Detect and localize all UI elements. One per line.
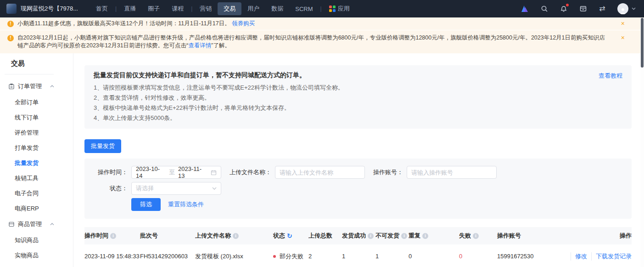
- status-select[interactable]: 请选择: [131, 182, 221, 195]
- sidebar-item-e-contract[interactable]: 电子合同: [0, 186, 73, 201]
- sidebar-item-knowledge-goods[interactable]: 知识商品: [0, 233, 73, 248]
- nav-item-circle[interactable]: 圈子: [142, 2, 166, 15]
- col-ship-success: 发货成功: [342, 232, 366, 240]
- col-duplicate: 重复: [409, 232, 420, 240]
- cell-status: 部分失败: [273, 252, 308, 261]
- info-icon[interactable]: i: [110, 233, 116, 239]
- promo-banner: ! 小鹅通11.11超多优惠，旗舰版最高买3年送12个月！活动时间：11月1日-…: [0, 17, 644, 30]
- refresh-icon[interactable]: ↻: [287, 232, 292, 239]
- cell-operation-time: 2023-11-09 15:48:33: [84, 253, 140, 260]
- cell-actions: 详情 修改 下载发货记录: [571, 252, 632, 261]
- col-batch-number: 批次号: [140, 232, 158, 240]
- nav-separator: |: [190, 6, 194, 12]
- nav-item-trade[interactable]: 交易: [218, 2, 241, 15]
- download-shipping-record-link[interactable]: 下载发货记录: [591, 252, 632, 261]
- date-end-value[interactable]: 2023-11-13: [178, 165, 207, 179]
- filter-upload-file: 上传文件名称：: [222, 166, 365, 179]
- table-header-row: 操作时间i 批次号 上传文件名称i 状态↻ 上传总数 发货成功i 不可发货i 重…: [84, 227, 632, 244]
- sidebar-group-order-management[interactable]: 订单管理: [0, 78, 73, 95]
- upload-file-label: 上传文件名称：: [222, 168, 275, 176]
- sidebar-item-review-management[interactable]: 评价管理: [0, 125, 73, 140]
- close-icon[interactable]: ×: [618, 20, 638, 28]
- sidebar-group-label: 商品管理: [18, 220, 42, 228]
- date-range-input[interactable]: 2023-10-14 至 2023-11-13: [131, 166, 221, 179]
- filter-panel: 操作时间： 2023-10-14 至 2023-11-13: [84, 159, 632, 219]
- sidebar-divider: [5, 74, 54, 74]
- sidebar-item-batch-shipping[interactable]: 批量发货: [0, 155, 73, 170]
- ai-assistant-icon[interactable]: [521, 5, 529, 13]
- status-placeholder: 请选择: [136, 184, 154, 193]
- info-icon[interactable]: i: [422, 233, 428, 239]
- avatar: [617, 3, 628, 14]
- view-details-link[interactable]: 查看详情: [188, 42, 211, 49]
- nav-item-home[interactable]: 首页: [90, 2, 114, 15]
- switch-shop-icon[interactable]: ⇄: [598, 5, 606, 13]
- status-dot-red: [273, 255, 276, 258]
- coupon-buy-link[interactable]: 领券购买: [232, 20, 255, 27]
- vertical-scrollbar[interactable]: [640, 18, 644, 267]
- cell-undeliverable: 1: [375, 253, 409, 260]
- notice-line: 2、查看发货详情，针对性修改，效率更高。: [94, 93, 622, 103]
- calendar-icon: [211, 170, 217, 176]
- nav-menu: 首页 | 直播 圈子 课程 | 营销 交易 用户 数据 SCRM | 应用: [90, 2, 356, 15]
- warning-icon: !: [7, 21, 14, 27]
- upload-file-input[interactable]: [275, 166, 365, 179]
- nav-item-marketing[interactable]: 营销: [194, 2, 218, 15]
- top-navbar: 现网蓝悦2号【7978... 首页 | 直播 圈子 课程 | 营销 交易 用户 …: [0, 0, 644, 17]
- apps-grid-icon: [329, 6, 336, 12]
- nav-item-data[interactable]: 数据: [265, 2, 289, 15]
- chevron-down-icon: [212, 187, 217, 190]
- notification-bell-icon[interactable]: [560, 5, 568, 13]
- notice-line: 4、单次上传最大支持5000条。: [94, 113, 622, 123]
- nav-separator: |: [114, 6, 118, 12]
- modify-link[interactable]: 修改: [571, 252, 591, 261]
- col-upload-total: 上传总数: [308, 232, 332, 240]
- nav-item-scrm[interactable]: SCRM: [289, 3, 319, 15]
- col-undeliverable: 不可发货: [375, 232, 399, 240]
- col-operation-time: 操作时间: [84, 232, 108, 240]
- info-icon[interactable]: i: [401, 233, 407, 239]
- notice-box: 批量发货目前仅支持快递订单和自提订单，暂不支持同城配送方式的订单。 1、请按照模…: [84, 65, 632, 129]
- sidebar-item-print-shipping[interactable]: 打单发货: [0, 140, 73, 155]
- info-icon[interactable]: i: [233, 233, 239, 239]
- nav-item-course[interactable]: 课程: [166, 2, 190, 15]
- date-start-value[interactable]: 2023-10-14: [136, 165, 166, 179]
- screen: 现网蓝悦2号【7978... 首页 | 直播 圈子 课程 | 营销 交易 用户 …: [0, 0, 644, 267]
- shop-name[interactable]: 现网蓝悦2号【7978...: [21, 5, 78, 13]
- account-input[interactable]: [407, 166, 497, 179]
- filter-button[interactable]: 筛选: [131, 198, 161, 211]
- shop-store-icon[interactable]: [579, 5, 587, 13]
- sidebar-item-offline-orders[interactable]: 线下订单: [0, 110, 73, 125]
- nav-item-user[interactable]: 用户: [241, 2, 265, 15]
- cell-operator-account: 15991672530: [497, 253, 571, 260]
- sidebar-item-all-orders[interactable]: 全部订单: [0, 95, 73, 110]
- sidebar-item-verification-tools[interactable]: 核销工具: [0, 170, 73, 186]
- nav-item-apps[interactable]: 应用: [323, 2, 356, 15]
- view-tutorial-link[interactable]: 查看教程: [599, 72, 622, 80]
- batch-ship-button[interactable]: 批量发货: [84, 139, 121, 153]
- shipping-records-table: 操作时间i 批次号 上传文件名称i 状态↻ 上传总数 发货成功i 不可发货i 重…: [84, 227, 632, 267]
- box-icon: [8, 221, 15, 227]
- search-icon[interactable]: [540, 5, 549, 13]
- nav-item-live[interactable]: 直播: [118, 2, 142, 15]
- chevron-up-icon: [50, 223, 54, 226]
- sidebar-item-physical-goods[interactable]: 实物商品: [0, 248, 73, 263]
- page-title: 交易: [0, 59, 73, 71]
- date-range-separator: 至: [169, 168, 175, 176]
- clipboard-icon: [8, 83, 15, 90]
- sidebar-group-goods-management[interactable]: 商品管理: [0, 216, 73, 233]
- sidebar: 交易 订单管理 全部订单 线下订单 评价管理 打单发货 批量发货: [0, 53, 73, 267]
- cell-upload-total: 2: [308, 253, 342, 260]
- cell-upload-file-name: 发货模板 (20).xlsx: [195, 252, 273, 261]
- info-icon[interactable]: i: [473, 233, 479, 239]
- warning-icon: !: [7, 35, 14, 41]
- scrollbar-thumb[interactable]: [641, 18, 644, 68]
- close-icon[interactable]: ×: [618, 34, 638, 42]
- reset-filters-link[interactable]: 重置筛选条件: [168, 200, 204, 209]
- info-icon[interactable]: i: [368, 233, 374, 239]
- upgrade-text-after: ”了解。: [211, 42, 230, 49]
- account-menu[interactable]: [617, 3, 636, 14]
- col-upload-file-name: 上传文件名称: [195, 232, 231, 240]
- sidebar-item-ecommerce-erp[interactable]: 电商ERP: [0, 201, 73, 216]
- upgrade-banner: ! 自2023年12月1日起，小鹅通将对旗下知识店铺产品进行整体升级，产品价格也…: [0, 30, 644, 53]
